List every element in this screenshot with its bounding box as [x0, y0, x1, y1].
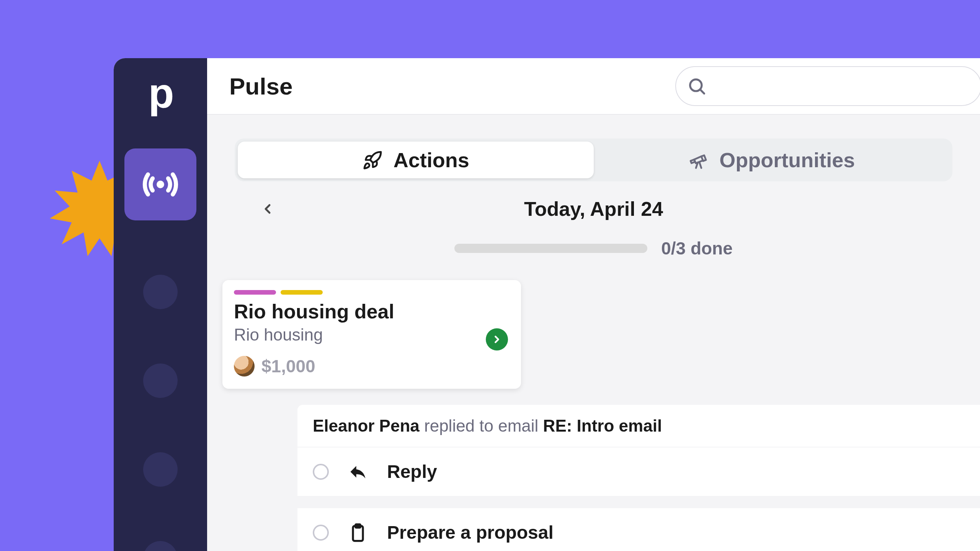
main-area: Pulse Actions — [207, 58, 980, 551]
search-input[interactable] — [675, 66, 980, 106]
progress-text: 0/3 done — [661, 238, 733, 259]
telescope-icon — [688, 149, 709, 171]
date-bar: Today, April 24 — [207, 197, 980, 221]
tag-yellow — [281, 290, 323, 295]
svg-point-0 — [157, 181, 164, 188]
clipboard-icon — [347, 523, 369, 543]
deal-subtitle: Rio housing — [234, 325, 510, 344]
chevron-right-icon — [491, 334, 503, 345]
tab-actions-label: Actions — [394, 148, 469, 172]
avatar — [234, 356, 255, 377]
search-icon — [687, 76, 707, 96]
sidebar-item-placeholder-1[interactable] — [143, 275, 178, 309]
checkbox[interactable] — [313, 525, 329, 541]
list-gap — [297, 496, 980, 508]
sidebar-item-pulse[interactable] — [124, 148, 196, 220]
sidebar-item-placeholder-4[interactable] — [143, 541, 178, 551]
top-bar: Pulse — [207, 58, 980, 115]
deal-title: Rio housing deal — [234, 300, 510, 323]
sidebar-item-placeholder-3[interactable] — [143, 452, 178, 487]
activity-proposal-label: Prepare a proposal — [387, 522, 554, 543]
activity-verb: replied to email — [420, 416, 543, 435]
tag-purple — [234, 290, 276, 295]
tab-opportunities[interactable]: Opportunities — [594, 142, 950, 178]
brand-logo: p — [148, 72, 172, 114]
svg-rect-4 — [356, 524, 361, 528]
tab-bar: Actions Opportunities — [235, 139, 952, 181]
progress-bar — [454, 244, 647, 253]
progress-row: 0/3 done — [207, 238, 980, 259]
activity-subject: RE: Intro email — [543, 416, 662, 435]
open-deal-button[interactable] — [486, 328, 508, 350]
sidebar-nav — [124, 148, 196, 551]
activity-person: Eleanor Pena — [313, 416, 420, 435]
sidebar: p — [114, 58, 207, 551]
activity-list: Eleanor Pena replied to email RE: Intro … — [297, 405, 980, 551]
deal-tags — [234, 290, 510, 295]
activity-item-proposal[interactable]: Prepare a proposal — [297, 508, 980, 551]
prev-day-button[interactable] — [257, 201, 278, 217]
tab-actions[interactable]: Actions — [238, 142, 594, 178]
deal-amount: $1,000 — [261, 356, 315, 377]
checkbox[interactable] — [313, 464, 329, 480]
svg-line-2 — [700, 90, 704, 94]
deal-card[interactable]: Rio housing deal Rio housing $1,000 — [222, 280, 521, 389]
chevron-left-icon — [260, 201, 275, 217]
date-label: Today, April 24 — [524, 197, 663, 220]
activity-header: Eleanor Pena replied to email RE: Intro … — [297, 405, 980, 447]
rocket-icon — [362, 149, 384, 171]
broadcast-icon — [140, 164, 181, 205]
reply-icon — [347, 462, 369, 482]
deal-meta-row: $1,000 — [234, 356, 510, 377]
activity-reply-label: Reply — [387, 461, 437, 482]
app-window: p Pulse — [114, 58, 980, 551]
page-title: Pulse — [229, 73, 292, 100]
sidebar-item-placeholder-2[interactable] — [143, 364, 178, 398]
activity-item-reply[interactable]: Reply — [297, 447, 980, 496]
tab-opportunities-label: Opportunities — [719, 148, 855, 172]
content: Actions Opportunities — [207, 115, 980, 551]
